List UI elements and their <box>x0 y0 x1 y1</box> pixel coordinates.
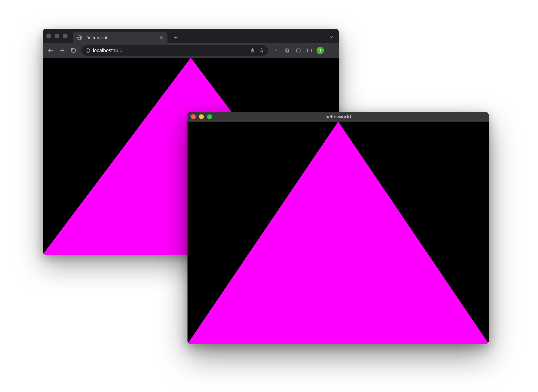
svg-point-19 <box>331 50 331 51</box>
svg-rect-16 <box>308 49 312 52</box>
tab-list-dropdown[interactable] <box>327 33 335 41</box>
side-panel-icon[interactable] <box>304 45 315 56</box>
close-tab-button[interactable] <box>159 35 164 40</box>
url-host: localhost <box>93 48 113 53</box>
browser-tab-title: Document <box>85 35 156 41</box>
profile-initial: T <box>319 48 321 53</box>
svg-point-20 <box>331 51 331 52</box>
reload-button[interactable] <box>68 45 79 56</box>
window-close-button[interactable] <box>191 114 196 119</box>
macos-traffic-lights <box>47 34 68 38</box>
toolbar-right-group: T <box>271 45 336 56</box>
share-icon[interactable] <box>249 47 256 54</box>
extensions-icon[interactable] <box>282 45 292 56</box>
site-info-icon[interactable] <box>85 48 91 53</box>
window-minimize-button[interactable] <box>55 34 59 38</box>
app-titlebar[interactable]: hello-world <box>187 112 489 121</box>
svg-marker-22 <box>187 121 489 344</box>
browser-tab[interactable]: Document <box>73 32 168 43</box>
window-maximize-button[interactable] <box>63 34 68 38</box>
macos-traffic-lights <box>191 114 212 119</box>
address-bar[interactable]: localhost:8001 <box>81 45 268 56</box>
browser-tab-strip: Document <box>43 29 339 43</box>
cast-icon[interactable] <box>293 45 304 56</box>
svg-point-18 <box>331 49 331 49</box>
new-tab-button[interactable] <box>172 33 180 42</box>
svg-point-11 <box>88 49 88 50</box>
bookmark-star-icon[interactable] <box>258 47 265 54</box>
url-text: localhost:8001 <box>93 48 247 53</box>
kebab-menu-icon[interactable] <box>326 45 336 56</box>
globe-icon <box>77 35 82 41</box>
reader-mode-icon[interactable] <box>271 45 281 56</box>
nav-forward-button[interactable] <box>57 45 67 56</box>
window-maximize-button[interactable] <box>207 114 212 119</box>
window-close-button[interactable] <box>47 34 51 38</box>
app-window: hello-world <box>187 112 489 344</box>
app-viewport <box>187 121 489 344</box>
nav-back-button[interactable] <box>45 45 56 56</box>
browser-toolbar: localhost:8001 <box>43 43 339 58</box>
svg-marker-12 <box>260 49 263 52</box>
profile-avatar[interactable]: T <box>317 47 324 54</box>
svg-rect-14 <box>275 50 276 51</box>
url-port: :8001 <box>113 48 125 53</box>
app-window-title: hello-world <box>191 114 486 120</box>
window-minimize-button[interactable] <box>199 114 204 119</box>
magenta-triangle <box>187 121 489 344</box>
svg-point-15 <box>296 52 297 52</box>
